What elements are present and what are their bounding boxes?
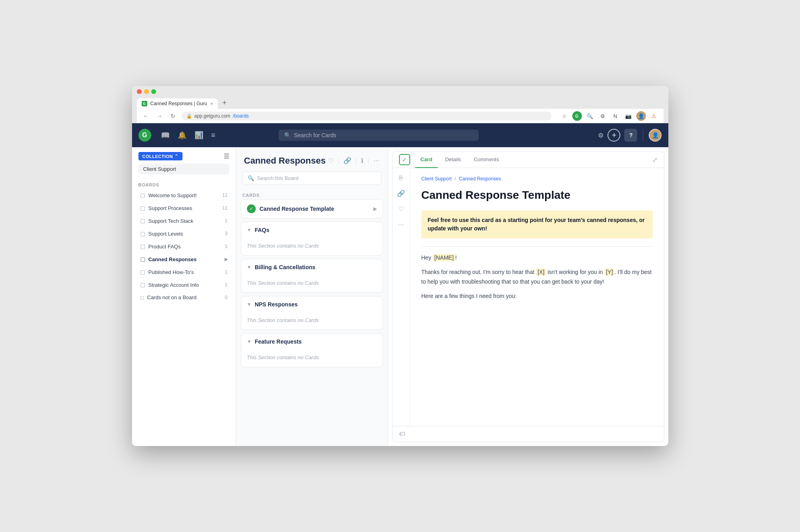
section-faqs-title: FAQs (255, 227, 269, 233)
bookmark-icon[interactable]: ☆ (559, 111, 569, 121)
library-icon[interactable]: 📖 (161, 131, 170, 140)
back-button[interactable]: ← (142, 112, 150, 120)
notifications-icon[interactable]: 🔔 (178, 131, 186, 140)
board-icon-welcome: ▢ (140, 192, 145, 198)
board-search-placeholder: Search this Board (257, 175, 299, 181)
board-header-actions: ♡ | 🔗 | ℹ | ⋯ (328, 155, 379, 164)
url-bar[interactable]: 🔒 app.getguru.com /boards (182, 112, 551, 120)
collection-arrow-icon: ⌃ (174, 154, 178, 159)
board-more-icon[interactable]: ⋯ (373, 157, 380, 164)
close-button[interactable] (137, 89, 142, 94)
add-button[interactable]: + (608, 129, 620, 142)
boards-icon[interactable]: ≡ (211, 131, 216, 140)
app-container: G 📖 🔔 📊 ≡ 🔍 Search for Cards ⚙ + ? 👤 (132, 123, 668, 446)
section-feature-requests-header[interactable]: ▼ Feature Requests (241, 334, 383, 350)
board-link-icon[interactable]: 🔗 (343, 157, 351, 164)
link-icon[interactable]: 🔗 (397, 190, 405, 197)
highlight-block: Feel free to use this card as a starting… (421, 210, 653, 238)
active-tab[interactable]: G Canned Responses | Guru × (137, 98, 218, 109)
sidebar-item-label-strategic: Strategic Account Info (148, 282, 222, 288)
body-paragraph-3: Here are a few things I need from you: (421, 292, 653, 301)
sidebar-item-count-support-processes: 11 (222, 205, 227, 211)
sidebar-item-tech-stack[interactable]: ▢ Support Tech Stack 1 (134, 214, 234, 227)
sidebar-item-cards-no-board[interactable]: ◻ Cards not on a Board 0 (134, 291, 234, 304)
breadcrumb-board-link[interactable]: Canned Responses (459, 176, 501, 182)
new-tab-button[interactable]: + (219, 97, 230, 109)
sidebar-item-how-tos[interactable]: ▢ Published How-To's 1 (134, 266, 234, 278)
section-nps-header[interactable]: ▼ NPS Responses (241, 296, 383, 312)
forward-button[interactable]: → (155, 112, 164, 120)
detail-footer: 🏷 (393, 426, 664, 442)
tag-icon[interactable]: 🏷 (399, 430, 405, 438)
extension-icon-1[interactable]: 🔍 (585, 111, 595, 121)
browser-actions: ☆ G 🔍 ⚙ N 📷 👤 ⚠ (559, 111, 659, 121)
name-tag: [NAME] (433, 254, 455, 261)
section-feature-requests-empty: This Section contains no Cards (241, 350, 383, 367)
search-placeholder: Search for Cards (294, 132, 337, 138)
url-path: /boards (233, 113, 249, 119)
maximize-button[interactable] (151, 89, 156, 94)
x-tag: [X] (536, 268, 546, 276)
sidebar-item-canned-responses[interactable]: ▢ Canned Responses ▶ (134, 253, 234, 266)
profile-warning-icon[interactable]: ⚠ (649, 111, 659, 121)
detail-actions-bar: ⎘ 🔗 ♡ ⋯ (393, 168, 410, 426)
body-mid-text: isn't working for you in (546, 269, 604, 275)
sidebar-menu-icon[interactable]: ☰ (224, 152, 229, 160)
heart-icon[interactable]: ♡ (398, 205, 404, 213)
global-search[interactable]: 🔍 Search for Cards (279, 130, 479, 141)
tab-close-icon[interactable]: × (210, 101, 213, 106)
sidebar-item-label-how-tos: Published How-To's (148, 269, 222, 275)
tab-title: Canned Responses | Guru (150, 101, 207, 106)
search-icon: 🔍 (284, 132, 291, 138)
copy-icon[interactable]: ⎘ (399, 174, 403, 182)
section-nps-title: NPS Responses (255, 301, 297, 308)
filter-icon[interactable]: ⚙ (598, 132, 604, 139)
section-billing-header[interactable]: ▼ Billing & Cancellations (241, 259, 383, 275)
analytics-icon[interactable]: 📊 (194, 131, 203, 140)
collection-name[interactable]: Client Support (138, 164, 229, 174)
minimize-button[interactable] (144, 89, 149, 94)
card-check-button[interactable]: ✓ (399, 154, 410, 165)
app-logo[interactable]: G (138, 129, 151, 142)
body-exclamation: ! (455, 254, 457, 261)
card-body: Hey [NAME]! Thanks for reaching out. I'm… (421, 253, 653, 301)
board-info-icon[interactable]: ℹ (361, 157, 363, 164)
collection-badge[interactable]: COLLECTION ⌃ (138, 152, 182, 160)
body-hey-text: Hey (421, 254, 433, 261)
featured-card[interactable]: ✓ Canned Response Template ▶ (241, 199, 383, 218)
sidebar-item-label-cards-no-board: Cards not on a Board (147, 294, 222, 300)
more-options-icon[interactable]: ⋯ (398, 221, 404, 228)
extension-icon-4[interactable]: 📷 (624, 111, 633, 121)
window-controls (137, 89, 664, 94)
profile-avatar[interactable]: 👤 (636, 111, 646, 121)
guru-extension-icon[interactable]: G (572, 111, 582, 121)
help-button[interactable]: ? (624, 129, 637, 142)
breadcrumb-separator: / (455, 176, 456, 182)
board-search[interactable]: 🔍 Search this Board (243, 172, 381, 185)
sidebar-item-count-tech-stack: 1 (225, 218, 228, 224)
tab-details[interactable]: Details (439, 152, 467, 168)
section-billing-title: Billing & Cancellations (255, 264, 315, 270)
board-favorite-icon[interactable]: ♡ (328, 157, 334, 164)
section-billing-arrow-icon: ▼ (247, 264, 252, 270)
sidebar-item-welcome[interactable]: ▢ Welcome to Support! 11 (134, 189, 234, 202)
sidebar-item-support-levels[interactable]: ▢ Support Levels 3 (134, 227, 234, 240)
cards-section-label: CARDS (236, 190, 388, 199)
sidebar-item-strategic[interactable]: ▢ Strategic Account Info 1 (134, 278, 234, 291)
expand-icon[interactable]: ⤢ (652, 156, 658, 164)
sidebar-item-support-processes[interactable]: ▢ Support Processes 11 (134, 202, 234, 214)
section-faqs-header[interactable]: ▼ FAQs (241, 222, 383, 238)
nav-right: ⚙ + ? 👤 (598, 129, 662, 142)
extension-icon-2[interactable]: ⚙ (598, 111, 608, 121)
board-icon-strategic: ▢ (140, 282, 145, 288)
section-nps-empty: This Section contains no Cards (241, 312, 383, 330)
reload-button[interactable]: ↻ (169, 112, 177, 120)
collection-label: COLLECTION (142, 154, 173, 159)
breadcrumb-collection-link[interactable]: Client Support (421, 176, 452, 182)
sidebar-item-product-faqs[interactable]: ▢ Product FAQs 1 (134, 240, 234, 253)
extension-icon-3[interactable]: N (611, 111, 620, 121)
tab-card[interactable]: Card (415, 152, 438, 168)
board-icon-support-levels: ▢ (140, 230, 145, 237)
tab-comments[interactable]: Comments (468, 152, 505, 168)
user-avatar[interactable]: 👤 (649, 129, 662, 142)
